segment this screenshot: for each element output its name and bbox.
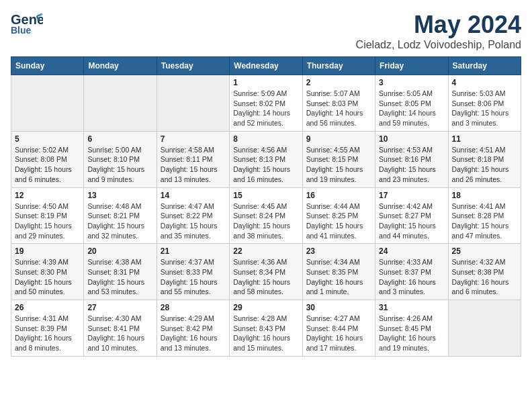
day-of-week-header: Friday (375, 57, 448, 75)
calendar-cell (157, 75, 229, 132)
day-number: 19 (15, 246, 80, 256)
calendar-cell: 14Sunrise: 4:47 AM Sunset: 8:22 PM Dayli… (157, 187, 229, 244)
calendar-cell: 15Sunrise: 4:45 AM Sunset: 8:24 PM Dayli… (230, 187, 302, 244)
day-number: 6 (87, 134, 152, 144)
day-info: Sunrise: 4:33 AM Sunset: 8:37 PM Dayligh… (379, 257, 444, 297)
day-info: Sunrise: 4:41 AM Sunset: 8:28 PM Dayligh… (452, 201, 517, 241)
day-info: Sunrise: 4:56 AM Sunset: 8:13 PM Dayligh… (233, 145, 298, 185)
calendar-cell: 24Sunrise: 4:33 AM Sunset: 8:37 PM Dayli… (375, 244, 448, 300)
calendar-cell: 10Sunrise: 4:53 AM Sunset: 8:16 PM Dayli… (375, 131, 448, 187)
day-info: Sunrise: 5:02 AM Sunset: 8:08 PM Dayligh… (15, 145, 80, 185)
day-number: 22 (233, 246, 298, 256)
day-info: Sunrise: 4:29 AM Sunset: 8:42 PM Dayligh… (161, 314, 226, 353)
calendar-cell: 22Sunrise: 4:36 AM Sunset: 8:34 PM Dayli… (230, 244, 302, 300)
day-info: Sunrise: 5:03 AM Sunset: 8:06 PM Dayligh… (452, 89, 517, 128)
day-info: Sunrise: 4:58 AM Sunset: 8:11 PM Dayligh… (161, 145, 226, 185)
day-number: 25 (452, 246, 517, 256)
calendar-cell: 13Sunrise: 4:48 AM Sunset: 8:21 PM Dayli… (84, 187, 157, 244)
calendar-cell: 19Sunrise: 4:39 AM Sunset: 8:30 PM Dayli… (11, 244, 84, 300)
calendar-week-row: 26Sunrise: 4:31 AM Sunset: 8:39 PM Dayli… (11, 300, 521, 357)
day-info: Sunrise: 4:42 AM Sunset: 8:27 PM Dayligh… (379, 201, 444, 241)
calendar-cell: 20Sunrise: 4:38 AM Sunset: 8:31 PM Dayli… (84, 244, 157, 300)
calendar-week-row: 5Sunrise: 5:02 AM Sunset: 8:08 PM Daylig… (11, 131, 521, 187)
calendar-cell: 4Sunrise: 5:03 AM Sunset: 8:06 PM Daylig… (448, 75, 521, 132)
day-number: 16 (306, 191, 371, 200)
calendar-cell: 21Sunrise: 4:37 AM Sunset: 8:33 PM Dayli… (157, 244, 229, 300)
day-info: Sunrise: 4:36 AM Sunset: 8:34 PM Dayligh… (233, 257, 298, 297)
day-number: 4 (452, 78, 517, 87)
day-info: Sunrise: 4:48 AM Sunset: 8:21 PM Dayligh… (87, 201, 152, 241)
calendar-cell (448, 300, 521, 357)
calendar-cell: 23Sunrise: 4:34 AM Sunset: 8:35 PM Dayli… (302, 244, 375, 300)
title-block: May 2024 Cieladz, Lodz Voivodeship, Pola… (356, 11, 521, 51)
calendar-cell: 18Sunrise: 4:41 AM Sunset: 8:28 PM Dayli… (448, 187, 521, 244)
day-of-week-header: Thursday (302, 57, 375, 75)
calendar-table: SundayMondayTuesdayWednesdayThursdayFrid… (11, 56, 521, 357)
day-info: Sunrise: 4:28 AM Sunset: 8:43 PM Dayligh… (233, 314, 298, 353)
day-number: 11 (452, 134, 517, 144)
day-number: 10 (379, 134, 444, 144)
day-number: 21 (161, 246, 226, 256)
day-info: Sunrise: 4:44 AM Sunset: 8:25 PM Dayligh… (306, 201, 371, 241)
calendar-cell: 26Sunrise: 4:31 AM Sunset: 8:39 PM Dayli… (11, 300, 84, 357)
calendar-cell: 3Sunrise: 5:05 AM Sunset: 8:05 PM Daylig… (375, 75, 448, 132)
calendar-cell: 7Sunrise: 4:58 AM Sunset: 8:11 PM Daylig… (157, 131, 229, 187)
day-number: 27 (87, 303, 152, 312)
page-header: General Blue May 2024 Cieladz, Lodz Voiv… (11, 11, 521, 51)
header-row: SundayMondayTuesdayWednesdayThursdayFrid… (11, 57, 521, 75)
logo-icon: General Blue (11, 11, 43, 35)
calendar-cell: 1Sunrise: 5:09 AM Sunset: 8:02 PM Daylig… (230, 75, 302, 132)
day-number: 5 (15, 134, 80, 144)
day-of-week-header: Wednesday (230, 57, 302, 75)
calendar-week-row: 1Sunrise: 5:09 AM Sunset: 8:02 PM Daylig… (11, 75, 521, 132)
day-of-week-header: Tuesday (157, 57, 229, 75)
day-info: Sunrise: 4:31 AM Sunset: 8:39 PM Dayligh… (15, 314, 80, 353)
day-info: Sunrise: 4:55 AM Sunset: 8:15 PM Dayligh… (306, 145, 371, 185)
calendar-cell: 5Sunrise: 5:02 AM Sunset: 8:08 PM Daylig… (11, 131, 84, 187)
main-title: May 2024 (356, 11, 521, 39)
calendar-header: SundayMondayTuesdayWednesdayThursdayFrid… (11, 57, 521, 75)
calendar-week-row: 12Sunrise: 4:50 AM Sunset: 8:19 PM Dayli… (11, 187, 521, 244)
day-number: 29 (233, 303, 298, 312)
day-number: 20 (87, 246, 152, 256)
calendar-cell (84, 75, 157, 132)
day-info: Sunrise: 4:37 AM Sunset: 8:33 PM Dayligh… (161, 257, 226, 297)
day-info: Sunrise: 5:09 AM Sunset: 8:02 PM Dayligh… (233, 89, 298, 128)
calendar-cell: 17Sunrise: 4:42 AM Sunset: 8:27 PM Dayli… (375, 187, 448, 244)
calendar-cell: 2Sunrise: 5:07 AM Sunset: 8:03 PM Daylig… (302, 75, 375, 132)
day-number: 24 (379, 246, 444, 256)
day-info: Sunrise: 4:26 AM Sunset: 8:45 PM Dayligh… (379, 314, 444, 353)
calendar-cell: 28Sunrise: 4:29 AM Sunset: 8:42 PM Dayli… (157, 300, 229, 357)
calendar-cell: 31Sunrise: 4:26 AM Sunset: 8:45 PM Dayli… (375, 300, 448, 357)
day-info: Sunrise: 5:07 AM Sunset: 8:03 PM Dayligh… (306, 89, 371, 128)
day-number: 31 (379, 303, 444, 312)
day-info: Sunrise: 4:53 AM Sunset: 8:16 PM Dayligh… (379, 145, 444, 185)
calendar-cell: 8Sunrise: 4:56 AM Sunset: 8:13 PM Daylig… (230, 131, 302, 187)
calendar-body: 1Sunrise: 5:09 AM Sunset: 8:02 PM Daylig… (11, 75, 521, 357)
calendar-cell: 25Sunrise: 4:32 AM Sunset: 8:38 PM Dayli… (448, 244, 521, 300)
calendar-cell: 6Sunrise: 5:00 AM Sunset: 8:10 PM Daylig… (84, 131, 157, 187)
day-number: 9 (306, 134, 371, 144)
day-of-week-header: Monday (84, 57, 157, 75)
day-info: Sunrise: 5:05 AM Sunset: 8:05 PM Dayligh… (379, 89, 444, 128)
logo: General Blue (11, 11, 43, 35)
svg-text:Blue: Blue (11, 25, 32, 35)
day-info: Sunrise: 4:47 AM Sunset: 8:22 PM Dayligh… (161, 201, 226, 241)
calendar-cell: 12Sunrise: 4:50 AM Sunset: 8:19 PM Dayli… (11, 187, 84, 244)
day-info: Sunrise: 4:50 AM Sunset: 8:19 PM Dayligh… (15, 201, 80, 241)
day-of-week-header: Saturday (448, 57, 521, 75)
day-info: Sunrise: 4:39 AM Sunset: 8:30 PM Dayligh… (15, 257, 80, 297)
day-info: Sunrise: 4:51 AM Sunset: 8:18 PM Dayligh… (452, 145, 517, 185)
day-info: Sunrise: 4:32 AM Sunset: 8:38 PM Dayligh… (452, 257, 517, 297)
day-info: Sunrise: 4:34 AM Sunset: 8:35 PM Dayligh… (306, 257, 371, 297)
day-number: 13 (87, 191, 152, 200)
day-info: Sunrise: 4:27 AM Sunset: 8:44 PM Dayligh… (306, 314, 371, 353)
day-number: 12 (15, 191, 80, 200)
day-number: 23 (306, 246, 371, 256)
day-number: 26 (15, 303, 80, 312)
subtitle: Cieladz, Lodz Voivodeship, Poland (356, 39, 521, 51)
day-number: 14 (161, 191, 226, 200)
day-info: Sunrise: 4:30 AM Sunset: 8:41 PM Dayligh… (87, 314, 152, 353)
calendar-cell: 9Sunrise: 4:55 AM Sunset: 8:15 PM Daylig… (302, 131, 375, 187)
day-of-week-header: Sunday (11, 57, 84, 75)
